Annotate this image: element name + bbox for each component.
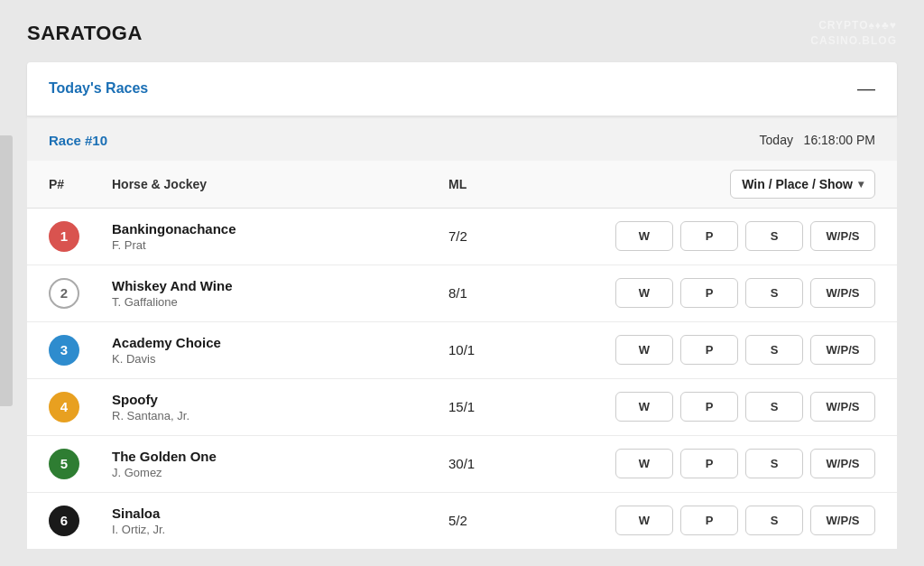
horse-badge: 3 [49, 335, 79, 366]
jockey-name: I. Ortiz, Jr. [112, 523, 448, 536]
side-indicator [0, 135, 13, 406]
horse-info: Sinaloa I. Ortiz, Jr. [112, 506, 448, 536]
wps-button[interactable]: W/P/S [810, 221, 875, 251]
jockey-name: T. Gaffalione [112, 295, 448, 309]
table-row: 6 Sinaloa I. Ortiz, Jr. 5/2 W P S W/P/S [27, 493, 897, 549]
win-button[interactable]: W [615, 278, 673, 308]
bet-buttons: W P S W/P/S [539, 392, 875, 422]
crypto-logo: CRYPTO♠♦♣♥ CASINO.BLOG [810, 18, 897, 49]
jockey-name: J. Gomez [112, 466, 448, 479]
horse-number-cell: 2 [49, 278, 112, 309]
win-button[interactable]: W [615, 449, 673, 478]
show-button[interactable]: S [745, 221, 803, 251]
bet-type-dropdown[interactable]: Win / Place / Show ▾ [730, 170, 875, 199]
place-button[interactable]: P [680, 221, 738, 251]
horse-number-cell: 5 [49, 449, 112, 479]
page-title: SARATOGA [27, 22, 143, 45]
win-button[interactable]: W [615, 506, 673, 535]
horse-name: Bankingonachance [112, 221, 448, 237]
ml-odds: 15/1 [448, 399, 539, 414]
ml-odds: 8/1 [448, 285, 539, 301]
horse-name: The Golden One [112, 449, 448, 464]
race-info-row: Race #10 Today 16:18:00 PM [27, 124, 897, 157]
win-button[interactable]: W [615, 335, 673, 365]
table-row: 5 The Golden One J. Gomez 30/1 W P S W/P… [27, 436, 897, 493]
bet-type-label: Win / Place / Show [742, 177, 853, 191]
horse-name: Academy Choice [112, 335, 448, 350]
bet-buttons: W P S W/P/S [539, 221, 875, 251]
ml-odds: 30/1 [448, 456, 539, 471]
horse-info: Academy Choice K. Davis [112, 335, 448, 366]
jockey-name: F. Prat [112, 238, 448, 252]
horse-number-cell: 6 [49, 506, 112, 536]
place-button[interactable]: P [680, 392, 738, 422]
table-row: 2 Whiskey And Wine T. Gaffalione 8/1 W P… [27, 265, 897, 322]
wps-button[interactable]: W/P/S [810, 506, 875, 535]
race-time: Today 16:18:00 PM [760, 133, 875, 147]
jockey-name: R. Santana, Jr. [112, 409, 448, 422]
show-button[interactable]: S [745, 392, 803, 422]
horse-badge: 4 [49, 392, 79, 422]
column-ml: ML [448, 177, 539, 191]
horse-info: Whiskey And Wine T. Gaffalione [112, 278, 448, 309]
table-header-row: P# Horse & Jockey ML Win / Place / Show … [27, 161, 897, 209]
page-wrapper: SARATOGA CRYPTO♠♦♣♥ CASINO.BLOG Today's … [0, 0, 924, 566]
jockey-name: K. Davis [112, 352, 448, 366]
show-button[interactable]: S [745, 506, 803, 535]
chevron-down-icon: ▾ [858, 178, 864, 190]
bet-buttons: W P S W/P/S [539, 506, 875, 535]
horse-number-cell: 3 [49, 335, 112, 366]
wps-button[interactable]: W/P/S [810, 278, 875, 308]
horse-info: The Golden One J. Gomez [112, 449, 448, 479]
collapse-button[interactable]: — [857, 79, 875, 99]
horse-badge: 2 [49, 278, 79, 309]
race-number[interactable]: Race #10 [49, 133, 107, 148]
today-races-label: Today's Races [49, 80, 148, 97]
bet-buttons: W P S W/P/S [539, 449, 875, 478]
place-button[interactable]: P [680, 335, 738, 365]
wps-button[interactable]: W/P/S [810, 335, 875, 365]
win-button[interactable]: W [615, 392, 673, 422]
main-content: Today's Races — Race #10 Today 16:18:00 … [27, 62, 897, 549]
table-row: 3 Academy Choice K. Davis 10/1 W P S W/P… [27, 322, 897, 379]
today-races-bar: Today's Races — [27, 62, 897, 116]
column-horse: Horse & Jockey [112, 177, 448, 191]
horse-number-cell: 4 [49, 392, 112, 422]
page-header: SARATOGA CRYPTO♠♦♣♥ CASINO.BLOG [0, 0, 924, 62]
show-button[interactable]: S [745, 335, 803, 365]
horse-name: Sinaloa [112, 506, 448, 521]
ml-odds: 10/1 [448, 342, 539, 357]
column-p: P# [49, 177, 112, 191]
horses-table: P# Horse & Jockey ML Win / Place / Show … [27, 161, 897, 549]
ml-odds: 7/2 [448, 228, 539, 244]
table-row: 1 Bankingonachance F. Prat 7/2 W P S W/P… [27, 209, 897, 265]
show-button[interactable]: S [745, 278, 803, 308]
bet-buttons: W P S W/P/S [539, 335, 875, 365]
horse-info: Spoofy R. Santana, Jr. [112, 392, 448, 422]
place-button[interactable]: P [680, 278, 738, 308]
horse-badge: 1 [49, 221, 79, 252]
horse-info: Bankingonachance F. Prat [112, 221, 448, 252]
table-row: 4 Spoofy R. Santana, Jr. 15/1 W P S W/P/… [27, 379, 897, 436]
column-bet: Win / Place / Show ▾ [539, 170, 875, 199]
ml-odds: 5/2 [448, 513, 539, 528]
wps-button[interactable]: W/P/S [810, 449, 875, 478]
bet-buttons: W P S W/P/S [539, 278, 875, 308]
horse-badge: 5 [49, 449, 79, 479]
place-button[interactable]: P [680, 449, 738, 478]
horse-name: Whiskey And Wine [112, 278, 448, 293]
horse-badge: 6 [49, 506, 79, 536]
horses-list: 1 Bankingonachance F. Prat 7/2 W P S W/P… [27, 209, 897, 549]
horse-name: Spoofy [112, 392, 448, 407]
win-button[interactable]: W [615, 221, 673, 251]
horse-number-cell: 1 [49, 221, 112, 252]
wps-button[interactable]: W/P/S [810, 392, 875, 422]
show-button[interactable]: S [745, 449, 803, 478]
place-button[interactable]: P [680, 506, 738, 535]
